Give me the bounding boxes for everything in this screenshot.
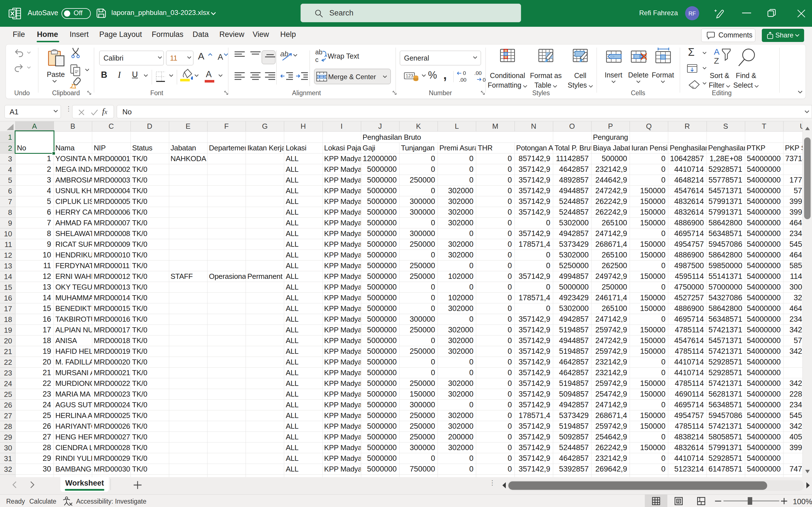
svg-text:A: A <box>714 48 719 56</box>
svg-text:Z: Z <box>714 56 719 65</box>
svg-text:123: 123 <box>406 73 413 78</box>
svg-text:0: 0 <box>463 70 466 76</box>
svg-text:ab: ab <box>315 49 322 56</box>
svg-text:c: c <box>315 56 319 63</box>
svg-text:.00: .00 <box>459 77 466 83</box>
